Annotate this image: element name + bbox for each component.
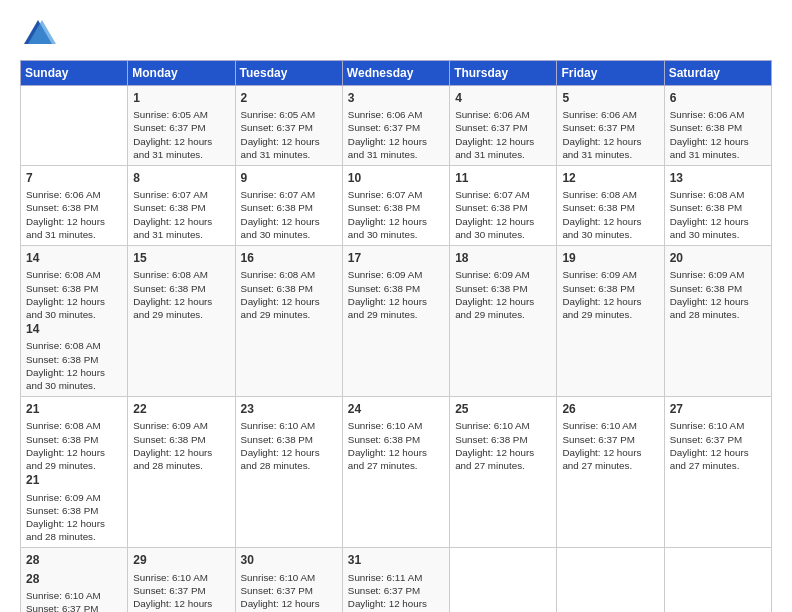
day-cell: 5Sunrise: 6:06 AM Sunset: 6:37 PM Daylig… bbox=[557, 86, 664, 166]
day-cell: 19Sunrise: 6:09 AM Sunset: 6:38 PM Dayli… bbox=[557, 246, 664, 397]
day-number: 27 bbox=[670, 401, 766, 417]
day-cell: 12Sunrise: 6:08 AM Sunset: 6:38 PM Dayli… bbox=[557, 166, 664, 246]
header-wednesday: Wednesday bbox=[342, 61, 449, 86]
day-info: Sunrise: 6:09 AM Sunset: 6:38 PM Dayligh… bbox=[26, 491, 122, 544]
day-info: Sunrise: 6:08 AM Sunset: 6:38 PM Dayligh… bbox=[26, 339, 122, 392]
day-number: 5 bbox=[562, 90, 658, 106]
day-info: Sunrise: 6:08 AM Sunset: 6:38 PM Dayligh… bbox=[562, 188, 658, 241]
day-info: Sunrise: 6:10 AM Sunset: 6:37 PM Dayligh… bbox=[26, 589, 122, 612]
header bbox=[20, 16, 772, 52]
day-cell: 7Sunrise: 6:06 AM Sunset: 6:38 PM Daylig… bbox=[21, 166, 128, 246]
day-info: Sunrise: 6:10 AM Sunset: 6:37 PM Dayligh… bbox=[562, 419, 658, 472]
day-info: Sunrise: 6:06 AM Sunset: 6:38 PM Dayligh… bbox=[26, 188, 122, 241]
header-friday: Friday bbox=[557, 61, 664, 86]
day-cell: 31Sunrise: 6:11 AM Sunset: 6:37 PM Dayli… bbox=[342, 548, 449, 612]
day-info: Sunrise: 6:09 AM Sunset: 6:38 PM Dayligh… bbox=[455, 268, 551, 321]
day-cell: 11Sunrise: 6:07 AM Sunset: 6:38 PM Dayli… bbox=[450, 166, 557, 246]
day-cell: 22Sunrise: 6:09 AM Sunset: 6:38 PM Dayli… bbox=[128, 397, 235, 548]
day-info: Sunrise: 6:07 AM Sunset: 6:38 PM Dayligh… bbox=[241, 188, 337, 241]
header-saturday: Saturday bbox=[664, 61, 771, 86]
day-cell: 9Sunrise: 6:07 AM Sunset: 6:38 PM Daylig… bbox=[235, 166, 342, 246]
day-info: Sunrise: 6:07 AM Sunset: 6:38 PM Dayligh… bbox=[348, 188, 444, 241]
day-cell: 20Sunrise: 6:09 AM Sunset: 6:38 PM Dayli… bbox=[664, 246, 771, 397]
day-number: 13 bbox=[670, 170, 766, 186]
day-cell: 16Sunrise: 6:08 AM Sunset: 6:38 PM Dayli… bbox=[235, 246, 342, 397]
day-cell: 27Sunrise: 6:10 AM Sunset: 6:37 PM Dayli… bbox=[664, 397, 771, 548]
day-info: Sunrise: 6:10 AM Sunset: 6:37 PM Dayligh… bbox=[133, 571, 229, 612]
day-info: Sunrise: 6:08 AM Sunset: 6:38 PM Dayligh… bbox=[26, 268, 122, 321]
header-tuesday: Tuesday bbox=[235, 61, 342, 86]
week-row-3: 14Sunrise: 6:08 AM Sunset: 6:38 PM Dayli… bbox=[21, 246, 772, 397]
day-cell: 8Sunrise: 6:07 AM Sunset: 6:38 PM Daylig… bbox=[128, 166, 235, 246]
day-cell bbox=[557, 548, 664, 612]
day-number: 6 bbox=[670, 90, 766, 106]
day-cell: 15Sunrise: 6:08 AM Sunset: 6:38 PM Dayli… bbox=[128, 246, 235, 397]
day-cell: 2Sunrise: 6:05 AM Sunset: 6:37 PM Daylig… bbox=[235, 86, 342, 166]
day-info: Sunrise: 6:09 AM Sunset: 6:38 PM Dayligh… bbox=[670, 268, 766, 321]
day-cell: 24Sunrise: 6:10 AM Sunset: 6:38 PM Dayli… bbox=[342, 397, 449, 548]
day-number: 10 bbox=[348, 170, 444, 186]
day-cell bbox=[450, 548, 557, 612]
day-number: 19 bbox=[562, 250, 658, 266]
day-info: Sunrise: 6:06 AM Sunset: 6:37 PM Dayligh… bbox=[348, 108, 444, 161]
day-info: Sunrise: 6:10 AM Sunset: 6:38 PM Dayligh… bbox=[455, 419, 551, 472]
day-number: 15 bbox=[133, 250, 229, 266]
day-number: 26 bbox=[562, 401, 658, 417]
day-number: 18 bbox=[455, 250, 551, 266]
day-number: 31 bbox=[348, 552, 444, 568]
day-cell: 14Sunrise: 6:08 AM Sunset: 6:38 PM Dayli… bbox=[21, 246, 128, 397]
day-info: Sunrise: 6:05 AM Sunset: 6:37 PM Dayligh… bbox=[241, 108, 337, 161]
day-cell: 25Sunrise: 6:10 AM Sunset: 6:38 PM Dayli… bbox=[450, 397, 557, 548]
header-thursday: Thursday bbox=[450, 61, 557, 86]
day-number: 23 bbox=[241, 401, 337, 417]
day-cell: 1Sunrise: 6:05 AM Sunset: 6:37 PM Daylig… bbox=[128, 86, 235, 166]
day-number: 28 bbox=[26, 552, 122, 568]
day-number: 1 bbox=[133, 90, 229, 106]
day-info: Sunrise: 6:07 AM Sunset: 6:38 PM Dayligh… bbox=[455, 188, 551, 241]
day-number: 8 bbox=[133, 170, 229, 186]
page: Sunday Monday Tuesday Wednesday Thursday… bbox=[0, 0, 792, 612]
header-monday: Monday bbox=[128, 61, 235, 86]
logo bbox=[20, 16, 62, 52]
day-info: Sunrise: 6:10 AM Sunset: 6:37 PM Dayligh… bbox=[241, 571, 337, 612]
day-cell: 2828Sunrise: 6:10 AM Sunset: 6:37 PM Day… bbox=[21, 548, 128, 612]
week-row-5: 2828Sunrise: 6:10 AM Sunset: 6:37 PM Day… bbox=[21, 548, 772, 612]
day-cell: 10Sunrise: 6:07 AM Sunset: 6:38 PM Dayli… bbox=[342, 166, 449, 246]
logo-icon bbox=[20, 16, 56, 52]
day-number: 20 bbox=[670, 250, 766, 266]
day-info: Sunrise: 6:10 AM Sunset: 6:38 PM Dayligh… bbox=[348, 419, 444, 472]
day-number: 7 bbox=[26, 170, 122, 186]
day-number: 12 bbox=[562, 170, 658, 186]
week-row-4: 21Sunrise: 6:08 AM Sunset: 6:38 PM Dayli… bbox=[21, 397, 772, 548]
days-header-row: Sunday Monday Tuesday Wednesday Thursday… bbox=[21, 61, 772, 86]
day-info: Sunrise: 6:10 AM Sunset: 6:37 PM Dayligh… bbox=[670, 419, 766, 472]
day-cell: 4Sunrise: 6:06 AM Sunset: 6:37 PM Daylig… bbox=[450, 86, 557, 166]
day-number: 24 bbox=[348, 401, 444, 417]
day-number: 9 bbox=[241, 170, 337, 186]
header-sunday: Sunday bbox=[21, 61, 128, 86]
day-number: 29 bbox=[133, 552, 229, 568]
week-row-1: 1Sunrise: 6:05 AM Sunset: 6:37 PM Daylig… bbox=[21, 86, 772, 166]
day-info: Sunrise: 6:08 AM Sunset: 6:38 PM Dayligh… bbox=[241, 268, 337, 321]
week-row-2: 7Sunrise: 6:06 AM Sunset: 6:38 PM Daylig… bbox=[21, 166, 772, 246]
day-cell: 21Sunrise: 6:08 AM Sunset: 6:38 PM Dayli… bbox=[21, 397, 128, 548]
day-cell: 17Sunrise: 6:09 AM Sunset: 6:38 PM Dayli… bbox=[342, 246, 449, 397]
day-info: Sunrise: 6:09 AM Sunset: 6:38 PM Dayligh… bbox=[133, 419, 229, 472]
day-number: 3 bbox=[348, 90, 444, 106]
day-number: 22 bbox=[133, 401, 229, 417]
day-number: 28 bbox=[26, 571, 122, 587]
day-cell: 30Sunrise: 6:10 AM Sunset: 6:37 PM Dayli… bbox=[235, 548, 342, 612]
day-info: Sunrise: 6:08 AM Sunset: 6:38 PM Dayligh… bbox=[133, 268, 229, 321]
day-cell: 23Sunrise: 6:10 AM Sunset: 6:38 PM Dayli… bbox=[235, 397, 342, 548]
day-info: Sunrise: 6:11 AM Sunset: 6:37 PM Dayligh… bbox=[348, 571, 444, 612]
day-info: Sunrise: 6:06 AM Sunset: 6:37 PM Dayligh… bbox=[562, 108, 658, 161]
day-cell bbox=[21, 86, 128, 166]
day-info: Sunrise: 6:08 AM Sunset: 6:38 PM Dayligh… bbox=[26, 419, 122, 472]
day-info: Sunrise: 6:06 AM Sunset: 6:37 PM Dayligh… bbox=[455, 108, 551, 161]
day-info: Sunrise: 6:08 AM Sunset: 6:38 PM Dayligh… bbox=[670, 188, 766, 241]
day-number: 21 bbox=[26, 472, 122, 488]
day-cell bbox=[664, 548, 771, 612]
day-number: 21 bbox=[26, 401, 122, 417]
day-info: Sunrise: 6:05 AM Sunset: 6:37 PM Dayligh… bbox=[133, 108, 229, 161]
day-cell: 3Sunrise: 6:06 AM Sunset: 6:37 PM Daylig… bbox=[342, 86, 449, 166]
